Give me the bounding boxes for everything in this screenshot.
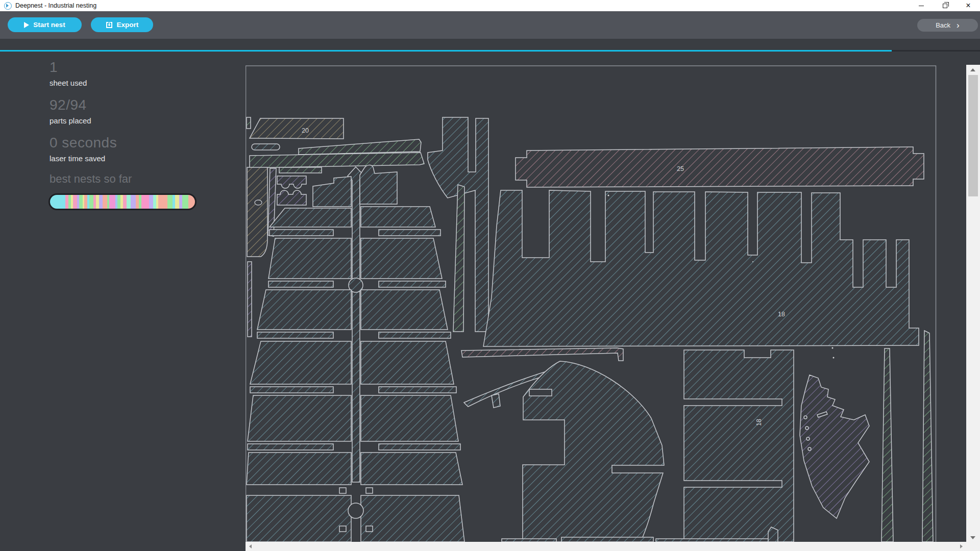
nested-part[interactable] [768, 527, 778, 542]
stat-sheets-used: 1 sheet used [50, 59, 87, 87]
nested-part[interactable] [252, 144, 280, 150]
nested-part[interactable] [248, 262, 252, 337]
part-cutout[interactable] [805, 427, 808, 430]
part-cutout[interactable] [366, 526, 373, 532]
restore-button[interactable] [933, 0, 957, 11]
part-cutout[interactable] [529, 389, 552, 396]
part-cutout[interactable] [348, 503, 363, 518]
nest-bar-stripe [73, 195, 77, 209]
nested-part[interactable] [250, 118, 344, 139]
export-icon [106, 21, 113, 29]
tiny-part-dot [833, 357, 835, 359]
part-cutout[interactable] [366, 488, 373, 493]
nested-part[interactable] [361, 495, 464, 542]
scroll-right-icon[interactable] [960, 544, 963, 548]
part-cutout[interactable] [808, 447, 811, 450]
nested-part[interactable] [800, 375, 869, 518]
play-icon [24, 22, 29, 28]
nest-bar-stripe [79, 195, 83, 209]
nested-part[interactable] [250, 341, 351, 384]
horizontal-scrollbar[interactable] [246, 542, 966, 551]
nested-part[interactable] [453, 185, 464, 332]
nested-part[interactable] [268, 281, 333, 287]
part-count-label: 25 [677, 165, 684, 172]
nested-part[interactable] [247, 167, 267, 257]
toolbar: Start nest Export Back › [0, 11, 980, 39]
nested-part[interactable] [461, 348, 623, 361]
close-button[interactable]: × [957, 0, 980, 11]
nested-part[interactable] [247, 495, 351, 542]
nested-part[interactable] [277, 190, 306, 205]
nested-part[interactable] [516, 147, 924, 187]
nested-part[interactable] [361, 238, 442, 279]
nest-canvas[interactable]: 20251818 [246, 63, 966, 542]
nested-part[interactable] [257, 290, 351, 330]
minimize-button[interactable] [910, 0, 933, 11]
nested-part[interactable] [268, 238, 351, 279]
nested-part[interactable] [379, 444, 460, 450]
nest-bar-stripe [50, 195, 65, 209]
nested-part[interactable] [257, 332, 333, 338]
part-cutout [255, 200, 262, 205]
part-cutout[interactable] [339, 526, 346, 532]
nest-bar-stripe [158, 195, 167, 209]
tiny-part-dot [608, 195, 609, 196]
nested-part[interactable] [247, 453, 351, 485]
nested-part[interactable] [379, 387, 456, 393]
vertical-scrollbar[interactable] [966, 65, 980, 542]
nested-part[interactable] [248, 444, 333, 450]
best-nests-bar[interactable] [48, 193, 197, 210]
nested-part[interactable] [299, 139, 421, 155]
start-nest-label: Start nest [33, 21, 65, 29]
title-bar: Deepnest - Industrial nesting × [0, 0, 980, 11]
nested-part[interactable] [379, 332, 451, 338]
nested-part[interactable] [250, 153, 424, 168]
start-nest-button[interactable]: Start nest [8, 17, 82, 32]
nested-part[interactable] [313, 177, 351, 207]
nested-part[interactable] [247, 117, 251, 129]
export-button[interactable]: Export [91, 17, 153, 32]
part-cutout[interactable] [339, 488, 346, 493]
scroll-left-icon[interactable] [249, 544, 252, 548]
part-count-label: 18 [778, 311, 785, 318]
nested-part[interactable] [361, 207, 435, 227]
nested-part[interactable] [250, 387, 333, 393]
nested-part[interactable] [379, 281, 446, 287]
nested-part[interactable] [270, 230, 333, 236]
window-title: Deepnest - Industrial nesting [15, 2, 96, 9]
stat-value: 92/94 [50, 97, 91, 113]
nested-part[interactable] [492, 394, 500, 408]
nested-part[interactable] [922, 331, 933, 542]
nested-part[interactable] [684, 350, 794, 542]
vertical-scrollbar-thumb[interactable] [968, 75, 978, 196]
nested-part[interactable] [361, 341, 454, 384]
stat-value: 1 [50, 59, 87, 76]
scroll-down-icon[interactable] [970, 536, 975, 539]
part-cutout[interactable] [806, 437, 810, 440]
nest-bar-stripe [123, 195, 127, 209]
scroll-up-icon[interactable] [970, 68, 975, 71]
stat-label: laser time saved [50, 154, 117, 163]
nested-part[interactable] [279, 167, 322, 173]
nested-part[interactable] [561, 537, 653, 542]
nested-part[interactable] [881, 348, 893, 542]
nested-part[interactable] [379, 230, 440, 236]
back-label: Back [936, 21, 950, 29]
nested-part[interactable] [361, 453, 462, 485]
back-button[interactable]: Back › [917, 19, 978, 32]
nest-bar-stripe [149, 195, 153, 209]
nested-part[interactable] [361, 290, 448, 330]
stat-label: parts placed [50, 116, 91, 125]
stat-parts-placed: 92/94 parts placed [50, 97, 91, 125]
nested-part[interactable] [523, 361, 664, 542]
minimize-icon [919, 6, 924, 6]
nested-part[interactable] [248, 395, 351, 441]
stat-laser-time-saved: 0 seconds laser time saved [50, 135, 117, 163]
nested-part[interactable] [483, 190, 919, 346]
export-label: Export [117, 21, 139, 29]
part-cutout[interactable] [804, 416, 807, 419]
nested-part[interactable] [277, 176, 306, 188]
nested-part[interactable] [270, 208, 351, 227]
nested-part[interactable] [360, 165, 397, 204]
nested-part[interactable] [361, 395, 458, 441]
